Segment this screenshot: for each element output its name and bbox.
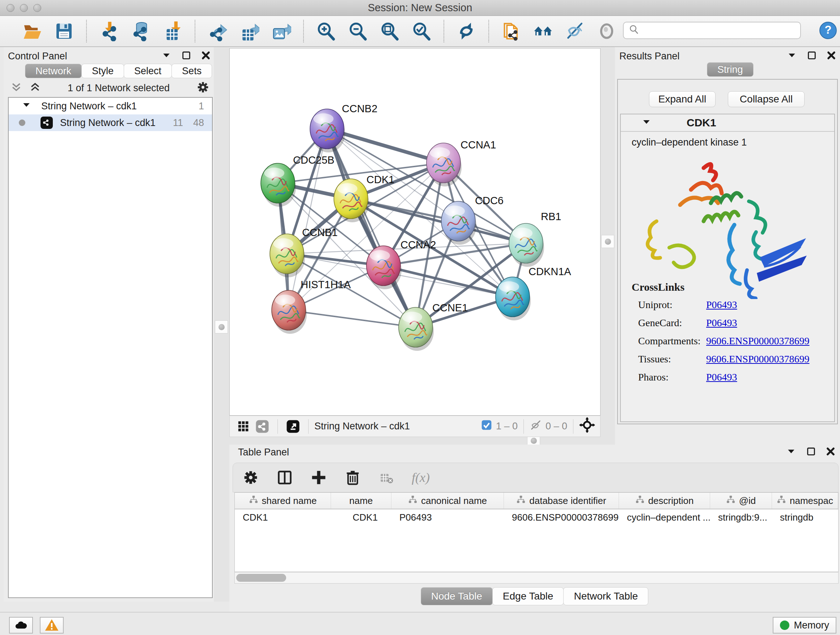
network-collection-row[interactable]: String Network – cdk1 1 — [9, 98, 212, 114]
memory-button[interactable]: Memory — [773, 617, 836, 633]
network-node-CDKN1A[interactable] — [496, 277, 531, 320]
zoom-in-icon[interactable] — [315, 20, 337, 42]
network-node-RB1[interactable] — [509, 223, 544, 267]
expand-all-networks-icon[interactable] — [29, 81, 41, 95]
zoom-out-icon[interactable] — [347, 20, 369, 42]
tab-style[interactable]: Style — [81, 64, 124, 78]
network-node-CCNB1[interactable] — [270, 234, 305, 277]
right-splitter-handle[interactable] — [601, 235, 614, 248]
string-home-icon[interactable] — [532, 20, 554, 42]
results-panel-menu-caret-icon[interactable] — [786, 50, 797, 62]
hidden-eye-slash-icon[interactable] — [530, 419, 542, 434]
control-panel-close-icon[interactable] — [201, 50, 211, 62]
network-row[interactable]: String Network – cdk1 11 48 — [9, 114, 212, 131]
control-panel-float-icon[interactable] — [181, 50, 191, 62]
tab-edge-table[interactable]: Edge Table — [493, 587, 564, 605]
detach-view-icon[interactable] — [284, 417, 302, 436]
crosslink-value-link[interactable]: 9606.ENSP00000378699 — [706, 353, 809, 365]
view-share-icon[interactable] — [253, 417, 272, 436]
cloud-button[interactable] — [9, 617, 33, 633]
add-column-plus-icon[interactable] — [309, 469, 328, 486]
network-canvas[interactable]: CCNB2CCNA1CDC25BCDK1CDC6RB1CCNB1CCNA2CDK… — [229, 48, 600, 416]
network-options-gear-icon[interactable] — [196, 80, 210, 96]
tab-network-table[interactable]: Network Table — [563, 587, 648, 605]
left-splitter-handle[interactable] — [215, 320, 228, 333]
apply-style-refresh-icon[interactable] — [455, 20, 477, 42]
collection-expand-caret-icon[interactable] — [21, 100, 32, 113]
tab-select[interactable]: Select — [124, 64, 172, 78]
collapse-all-button[interactable]: Collapse All — [728, 91, 805, 107]
table-cell[interactable]: stringdb:9... — [710, 509, 772, 526]
table-cell[interactable]: CDK1 — [235, 509, 331, 526]
table-horizontal-scrollbar[interactable] — [234, 572, 838, 584]
search-input[interactable] — [640, 25, 796, 36]
import-network-from-database-icon[interactable] — [129, 20, 152, 42]
export-network-icon[interactable] — [206, 20, 229, 42]
network-node-CDC25B[interactable] — [261, 163, 296, 207]
string-document-icon[interactable] — [500, 20, 523, 42]
open-session-icon[interactable] — [21, 20, 43, 42]
table-cell[interactable]: stringdb — [772, 509, 838, 526]
network-node-CDK1[interactable] — [334, 179, 369, 222]
table-cell[interactable]: cyclin–dependent ... — [619, 509, 710, 526]
navigator-crosshair-icon[interactable] — [579, 417, 595, 435]
table-row[interactable]: CDK1CDK1P064939606.ENSP00000378699cyclin… — [235, 509, 838, 526]
network-node-HIST1H1A[interactable] — [272, 290, 307, 334]
close-window-icon[interactable] — [6, 4, 14, 12]
scrollbar-thumb[interactable] — [236, 574, 286, 582]
left-splitter[interactable] — [214, 47, 229, 602]
tab-network[interactable]: Network — [25, 64, 82, 78]
table-settings-gear-icon[interactable] — [242, 469, 260, 486]
collapse-all-networks-icon[interactable] — [10, 81, 22, 95]
table-cell[interactable]: CDK1 — [331, 509, 392, 526]
tab-node-table[interactable]: Node Table — [421, 587, 493, 605]
import-table-from-file-icon[interactable] — [161, 20, 184, 42]
crosslink-value-link[interactable]: P06493 — [706, 371, 737, 383]
column-header-canonical-name[interactable]: canonical name — [392, 493, 504, 509]
selected-checkbox-icon[interactable] — [481, 419, 493, 433]
network-node-CCNA1[interactable] — [426, 143, 462, 187]
network-node-CCNB2[interactable] — [310, 109, 345, 152]
birdseye-view-icon[interactable] — [595, 20, 618, 42]
zoom-selected-icon[interactable] — [410, 20, 433, 42]
view-grid-icon[interactable] — [234, 417, 253, 436]
cdk1-collapse-caret-icon[interactable] — [641, 117, 652, 129]
delete-column-trash-icon[interactable] — [344, 469, 362, 486]
column-header-database-identifier[interactable]: database identifier — [504, 493, 619, 509]
column-header-description[interactable]: description — [619, 493, 710, 509]
table-cell[interactable]: P06493 — [392, 509, 504, 526]
minimize-window-icon[interactable] — [20, 4, 28, 12]
control-panel-menu-caret-icon[interactable] — [161, 50, 172, 62]
results-panel-close-icon[interactable] — [826, 50, 836, 62]
results-panel-float-icon[interactable] — [807, 50, 817, 62]
tab-string[interactable]: String — [707, 62, 753, 77]
table-panel-float-icon[interactable] — [806, 447, 816, 458]
search-box[interactable] — [623, 22, 801, 39]
zoom-fit-content-icon[interactable] — [378, 20, 401, 42]
table-cell[interactable]: 9606.ENSP00000378699 — [504, 509, 619, 526]
crosslink-value-link[interactable]: P06493 — [706, 317, 737, 329]
table-panel-menu-caret-icon[interactable] — [786, 446, 797, 458]
table-panel-close-icon[interactable] — [826, 447, 836, 458]
network-node-CCNE1[interactable] — [399, 307, 434, 351]
hide-panels-glasses-icon[interactable] — [564, 20, 586, 42]
help-button[interactable]: ? — [819, 21, 837, 40]
export-image-icon[interactable] — [270, 20, 292, 42]
import-network-from-file-icon[interactable] — [98, 20, 120, 42]
save-session-icon[interactable] — [53, 20, 75, 42]
column-header-namespac[interactable]: namespac — [772, 493, 838, 509]
column-header-shared-name[interactable]: shared name — [235, 493, 331, 509]
column-header--id[interactable]: @id — [710, 493, 772, 509]
tab-sets[interactable]: Sets — [172, 64, 212, 78]
expand-all-button[interactable]: Expand All — [649, 91, 715, 107]
network-node-CDC6[interactable] — [441, 201, 477, 245]
column-header-name[interactable]: name — [331, 493, 392, 509]
zoom-window-icon[interactable] — [33, 4, 41, 12]
network-node-CCNA2[interactable] — [366, 246, 401, 289]
show-columns-icon[interactable] — [276, 469, 294, 486]
export-table-icon[interactable] — [238, 20, 261, 42]
crosslink-value-link[interactable]: 9606.ENSP00000378699 — [706, 335, 809, 347]
warnings-button[interactable] — [40, 617, 64, 633]
column-header-label: shared name — [262, 495, 317, 507]
crosslink-value-link[interactable]: P06493 — [706, 299, 737, 310]
